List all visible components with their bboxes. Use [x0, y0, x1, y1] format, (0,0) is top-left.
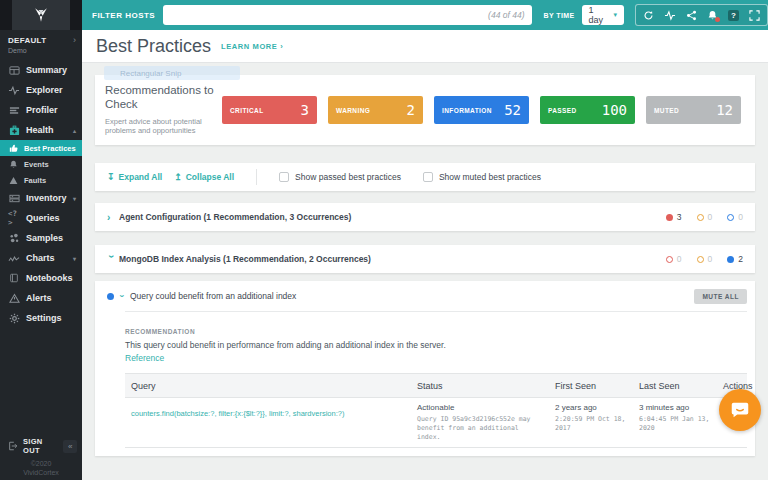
show-muted-checkbox[interactable]	[423, 172, 433, 182]
information-dot-icon	[727, 256, 734, 263]
sidebar-item-charts[interactable]: Charts ▾	[0, 248, 82, 268]
time-range-value: 1 day	[589, 5, 608, 25]
vividcortex-logo[interactable]	[12, 0, 70, 30]
help-icon[interactable]: ?	[728, 10, 739, 21]
recommendation-header-row[interactable]: › Query could benefit from an additional…	[95, 281, 755, 311]
table-row: counters.find(batchsize:?, filter:{x:{$l…	[125, 398, 747, 447]
warning-badge[interactable]: WARNING 2	[328, 96, 423, 124]
sidebar-item-label: Inventory	[26, 193, 67, 203]
sidebar-item-settings[interactable]: Settings	[0, 308, 82, 328]
fullscreen-icon[interactable]	[749, 10, 760, 21]
time-range-select[interactable]: 1 day ▾	[582, 5, 624, 25]
group-agent-configuration[interactable]: › Agent Configuration (1 Recommendation,…	[95, 203, 755, 231]
sidebar-item-label: Summary	[26, 65, 67, 75]
sidebar-item-events[interactable]: Events	[0, 156, 82, 172]
chevron-down-icon: ▾	[613, 11, 617, 19]
sidebar: DEFAULT › Demo Summary Explorer Profiler	[0, 30, 82, 480]
sign-out-icon	[8, 441, 18, 451]
sidebar-item-profiler[interactable]: Profiler	[0, 100, 82, 120]
query-link[interactable]: counters.find(batchsize:?, filter:{x:{$l…	[131, 403, 405, 419]
sidebar-item-label: Samples	[26, 233, 63, 243]
critical-count: 3	[666, 212, 682, 222]
warning-ring-icon	[697, 256, 704, 263]
column-header-last-seen: Last Seen	[633, 381, 717, 391]
logo-block	[0, 0, 82, 30]
sidebar-item-best-practices[interactable]: Best Practices	[0, 140, 82, 156]
critical-dot-icon	[666, 214, 673, 221]
sidebar-item-label: Faults	[24, 176, 46, 185]
sidebar-item-queries[interactable]: <?> Queries	[0, 208, 82, 228]
warning-ring-icon	[697, 214, 704, 221]
learn-more-link[interactable]: LEARN MORE ›	[221, 42, 283, 51]
activity-icon[interactable]	[664, 10, 676, 21]
recommendation-label: RECOMMENDATION	[125, 328, 747, 335]
critical-badge[interactable]: CRITICAL 3	[222, 96, 317, 124]
status-value: Actionable	[417, 403, 543, 412]
passed-badge[interactable]: PASSED 100	[540, 96, 635, 124]
alert-triangle-icon	[8, 293, 20, 304]
column-header-status: Status	[411, 381, 549, 391]
pulse-icon	[8, 85, 20, 96]
share-icon[interactable]	[686, 10, 697, 21]
last-seen-absolute: 6:04:45 PM Jan 13, 2020	[639, 415, 711, 433]
chevron-up-icon: ▴	[73, 127, 76, 134]
sidebar-item-alerts[interactable]: Alerts	[0, 288, 82, 308]
environment-subtitle: Demo	[0, 47, 82, 60]
sidebar-item-label: Charts	[26, 253, 55, 263]
sidebar-item-faults[interactable]: Faults	[0, 172, 82, 188]
recommendation-section: RECOMMENDATION This query could benefit …	[95, 312, 755, 363]
list-controls-card: ↧ Expand All ↥ Collapse All Show passed …	[95, 163, 755, 191]
sidebar-item-label: Explorer	[26, 85, 63, 95]
wave-chart-icon	[8, 253, 20, 264]
collapse-all-button[interactable]: ↥ Collapse All	[174, 172, 234, 182]
filter-hosts-input[interactable]: (44 of 44)	[163, 5, 532, 25]
sign-out-row: SIGN OUT «	[0, 438, 82, 454]
show-muted-checkbox-group[interactable]: Show muted best practices	[423, 172, 541, 182]
mute-all-button[interactable]: MUTE ALL	[694, 289, 747, 304]
sidebar-item-summary[interactable]: Summary	[0, 60, 82, 80]
information-badge[interactable]: INFORMATION 52	[434, 96, 529, 124]
show-passed-checkbox-group[interactable]: Show passed best practices	[279, 172, 401, 182]
information-count: 2	[727, 254, 743, 264]
collapse-arrow-icon: ↥	[174, 172, 182, 182]
refresh-icon[interactable]	[643, 10, 654, 21]
sidebar-item-explorer[interactable]: Explorer	[0, 80, 82, 100]
information-dot-icon	[107, 293, 114, 300]
grid-icon	[8, 65, 20, 76]
sidebar-item-label: Profiler	[26, 105, 58, 115]
chevron-right-icon: ›	[107, 212, 119, 223]
expand-all-button[interactable]: ↧ Expand All	[107, 172, 162, 182]
page-title: Best Practices	[96, 36, 211, 57]
show-passed-checkbox[interactable]	[279, 172, 289, 182]
chevron-down-icon: ▾	[73, 195, 76, 202]
sidebar-item-notebooks[interactable]: Notebooks	[0, 268, 82, 288]
last-seen-relative: 3 minutes ago	[639, 403, 711, 412]
column-header-query: Query	[125, 381, 411, 391]
expand-arrow-icon: ↧	[107, 172, 115, 182]
notebook-icon	[8, 273, 20, 283]
sidebar-item-health[interactable]: Health ▴	[0, 120, 82, 140]
group-mongodb-index-analysis[interactable]: › MongoDB Index Analysis (1 Recommendati…	[95, 245, 755, 273]
topbar-icon-group: ?	[635, 4, 768, 26]
muted-badge[interactable]: MUTED 12	[646, 96, 741, 124]
notifications-icon[interactable]	[707, 10, 718, 21]
chat-widget-button[interactable]	[719, 389, 761, 431]
environment-switcher[interactable]: DEFAULT ›	[0, 30, 82, 47]
sign-out-button[interactable]: SIGN OUT	[23, 437, 58, 455]
code-query-icon: <?>	[8, 209, 20, 227]
reference-link[interactable]: Reference	[125, 353, 164, 363]
copyright: ©2020 VividCortex	[0, 459, 82, 477]
sidebar-item-inventory[interactable]: Inventory ▾	[0, 188, 82, 208]
sidebar-item-samples[interactable]: Samples	[0, 228, 82, 248]
severity-badges: CRITICAL 3 WARNING 2 INFORMATION 52 PASS…	[222, 96, 741, 124]
filter-hosts-label: FILTER HOSTS	[92, 11, 155, 20]
collapse-sidebar-button[interactable]: «	[63, 440, 77, 453]
snip-tool-overlay: Rectangular Snip	[104, 66, 240, 80]
card-subtitle: Expert advice about potential problems a…	[105, 117, 218, 137]
card-title: Recommendations to Check	[105, 84, 218, 112]
by-time-label: BY TIME	[543, 12, 574, 19]
bell-icon	[8, 160, 19, 169]
sidebar-item-label: Settings	[26, 313, 62, 323]
dots-cluster-icon	[8, 233, 20, 244]
information-count: 0	[727, 212, 743, 222]
